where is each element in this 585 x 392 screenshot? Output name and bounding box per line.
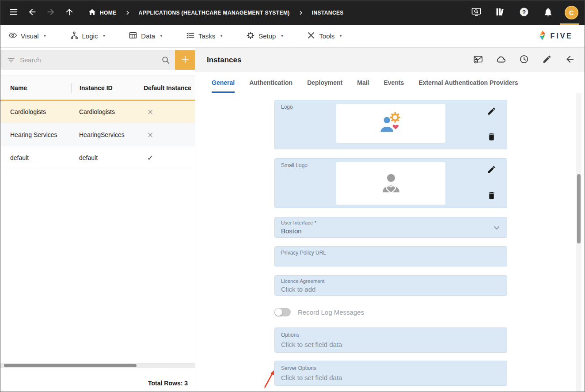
menu-label: Visual xyxy=(21,32,39,40)
history-button[interactable] xyxy=(518,54,530,66)
table-icon xyxy=(129,31,137,41)
vertical-scrollbar-thumb[interactable] xyxy=(577,174,581,244)
edit-logo-button[interactable] xyxy=(487,107,496,117)
help-button[interactable]: ? xyxy=(517,6,531,20)
filter-icon[interactable] xyxy=(7,56,15,65)
send-mail-button[interactable] xyxy=(472,54,484,66)
toggle-knob xyxy=(275,308,282,316)
horizontal-scrollbar-track[interactable] xyxy=(0,363,195,368)
server-options-field[interactable]: Server Options Click to set field data xyxy=(274,361,507,386)
healthcare-logo-graphic xyxy=(376,111,406,135)
column-header-instance-id[interactable]: Instance ID xyxy=(72,84,135,91)
search-input[interactable] xyxy=(20,56,156,64)
menu-item-setup[interactable]: Setup ▼ xyxy=(246,31,284,41)
breadcrumb-applications[interactable]: APPLICATIONS (HEALTHCARE MANAGEMENT SYST… xyxy=(139,10,290,16)
inspect-button[interactable] xyxy=(469,6,483,20)
user-interface-select[interactable]: User Interface * Boston xyxy=(274,217,507,238)
caret-down-icon: ▼ xyxy=(102,34,106,38)
cell-name: Cardiologists xyxy=(0,108,71,115)
table-row-default[interactable]: default default ✓ xyxy=(0,146,195,169)
menu-label: Tasks xyxy=(198,32,215,40)
options-label: Options xyxy=(281,332,501,338)
back-button[interactable] xyxy=(25,6,39,20)
user-interface-label: User Interface * xyxy=(281,220,501,225)
delete-small-logo-button[interactable] xyxy=(487,191,496,202)
arrow-right-icon xyxy=(46,7,56,18)
horizontal-scrollbar-thumb[interactable] xyxy=(4,364,137,367)
topbar-right: ? C xyxy=(469,6,578,20)
detail-header: Instances xyxy=(195,48,585,72)
deploy-cloud-button[interactable] xyxy=(495,54,507,66)
forward-button[interactable] xyxy=(44,6,58,20)
form-column: Logo xyxy=(274,93,507,386)
tab-general[interactable]: General xyxy=(212,72,235,93)
breadcrumb-instances-label: INSTANCES xyxy=(312,10,344,16)
search-bar xyxy=(0,50,195,70)
cloud-icon xyxy=(496,54,506,66)
cell-instance-id: default xyxy=(71,154,134,161)
arrow-left-icon xyxy=(565,54,575,66)
notifications-button[interactable] xyxy=(541,6,555,20)
cell-instance-id: HearingServices xyxy=(71,131,134,138)
tools-icon xyxy=(307,31,315,41)
brand-text: FIVE xyxy=(550,32,573,40)
hamburger-menu-button[interactable] xyxy=(7,6,21,20)
menubar: Visual ▼ Logic ▼ Data ▼ Tasks ▼ Setup ▼ … xyxy=(0,25,585,48)
column-header-name[interactable]: Name xyxy=(0,84,71,91)
user-interface-value: Boston xyxy=(281,227,501,235)
library-button[interactable] xyxy=(493,6,507,20)
trash-icon xyxy=(487,191,496,202)
menu-label: Setup xyxy=(258,32,276,40)
tab-mail[interactable]: Mail xyxy=(357,72,369,93)
delete-logo-button[interactable] xyxy=(487,132,496,143)
column-divider xyxy=(191,83,191,93)
edit-record-button[interactable] xyxy=(541,54,553,66)
tab-events[interactable]: Events xyxy=(384,72,404,93)
tabbar: General Authentication Deployment Mail E… xyxy=(195,72,585,93)
menu-item-visual[interactable]: Visual ▼ xyxy=(8,31,47,41)
plus-icon xyxy=(181,55,190,65)
menu-item-logic[interactable]: Logic ▼ xyxy=(70,31,106,41)
table-row-cardiologists[interactable]: Cardiologists Cardiologists × xyxy=(0,100,195,123)
eye-icon xyxy=(8,31,17,41)
up-level-button[interactable] xyxy=(62,6,76,20)
default-mark-icon: × xyxy=(134,130,195,139)
tab-authentication[interactable]: Authentication xyxy=(249,72,292,93)
gear-icon xyxy=(246,31,255,41)
column-header-default-instance[interactable]: Default Instance xyxy=(135,84,195,91)
tab-external-auth-providers[interactable]: External Authentication Providers xyxy=(418,72,518,93)
mail-check-icon xyxy=(473,54,483,66)
pencil-icon xyxy=(487,165,496,175)
menu-label: Data xyxy=(141,32,155,40)
cell-name: default xyxy=(0,154,71,161)
detail-header-actions xyxy=(472,54,576,66)
caret-down-icon: ▼ xyxy=(280,34,284,38)
table-row-hearing-services[interactable]: Hearing Services HearingServices × xyxy=(0,123,195,146)
search-icon[interactable] xyxy=(161,55,171,65)
home-icon xyxy=(88,8,96,18)
privacy-policy-url-field[interactable]: Privacy Policy URL xyxy=(274,246,507,266)
topbar-left: HOME APPLICATIONS (HEALTHCARE MANAGEMENT… xyxy=(7,6,344,20)
svg-text:?: ? xyxy=(522,9,526,15)
tab-deployment[interactable]: Deployment xyxy=(307,72,342,93)
edit-small-logo-button[interactable] xyxy=(487,165,496,175)
breadcrumb-home[interactable]: HOME xyxy=(88,8,117,18)
small-logo-field[interactable]: Small Logo xyxy=(274,158,507,208)
logo-field[interactable]: Logo xyxy=(274,100,507,149)
menu-item-tasks[interactable]: Tasks ▼ xyxy=(186,31,223,41)
menu-item-data[interactable]: Data ▼ xyxy=(129,31,163,41)
caret-down-icon: ▼ xyxy=(220,34,223,38)
vertical-scrollbar-track[interactable] xyxy=(576,93,581,392)
licence-agreement-label: Licence Agreement xyxy=(281,278,501,284)
instance-detail-panel: Instances xyxy=(195,48,585,392)
breadcrumb-instances[interactable]: INSTANCES xyxy=(312,10,344,16)
menu-item-tools[interactable]: Tools ▼ xyxy=(307,31,342,41)
collapse-panel-button[interactable] xyxy=(564,54,576,66)
add-instance-button[interactable] xyxy=(175,50,195,70)
options-field[interactable]: Options Click to set field data xyxy=(274,327,507,353)
menu-label: Tools xyxy=(319,32,334,40)
user-avatar[interactable]: C xyxy=(565,6,578,19)
licence-agreement-field[interactable]: Licence Agreement Click to add xyxy=(274,275,507,296)
record-log-messages-toggle[interactable] xyxy=(274,308,291,316)
books-icon xyxy=(495,7,505,19)
